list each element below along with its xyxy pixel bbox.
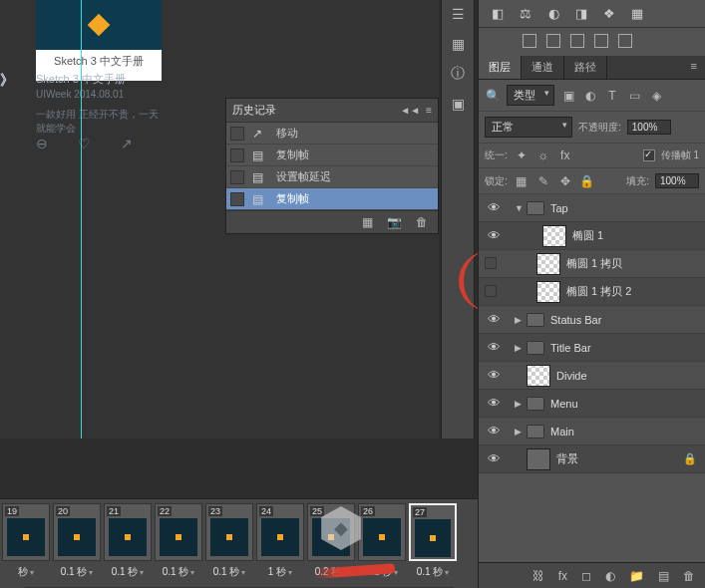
layer-row[interactable]: 👁▶Menu [479, 390, 705, 418]
filter-shape-icon[interactable]: ▭ [626, 89, 642, 103]
visibility-icon[interactable]: 👁 [479, 424, 509, 439]
timeline-frame[interactable]: 27 [409, 503, 457, 561]
vertical-guide[interactable] [81, 0, 82, 439]
adj-icon-2[interactable] [546, 34, 560, 48]
kind-select[interactable]: 类型 [507, 85, 554, 106]
visibility-icon[interactable]: 👁 [479, 340, 509, 355]
frame-duration[interactable]: 0.1 秒 [104, 565, 152, 579]
visibility-icon[interactable]: 👁 [479, 312, 509, 327]
visibility-icon[interactable]: 👁 [479, 200, 509, 215]
exposure-icon[interactable]: ◨ [572, 6, 590, 21]
fx-icon[interactable]: fx [558, 569, 567, 583]
expand-icon[interactable]: ▶ [515, 427, 527, 437]
contrast-icon[interactable]: ◐ [544, 6, 562, 21]
fill-adj-icon[interactable]: ◐ [605, 569, 615, 583]
link-icon[interactable]: ⛓ [532, 569, 544, 583]
mask-icon[interactable]: ◻ [581, 569, 591, 583]
expand-icon[interactable]: ▶ [515, 315, 527, 325]
filter-image-icon[interactable]: ▣ [560, 89, 576, 103]
trash-icon[interactable]: 🗑 [683, 569, 695, 583]
visibility-checkbox[interactable] [479, 285, 503, 299]
propagate-checkbox[interactable] [643, 149, 655, 161]
tab-layers[interactable]: 图层 [479, 56, 522, 79]
visibility-icon[interactable]: 👁 [479, 396, 509, 411]
adj-icon-4[interactable] [594, 34, 608, 48]
history-checkbox[interactable] [230, 170, 244, 184]
new-group-icon[interactable]: 📁 [629, 569, 644, 583]
visibility-icon[interactable]: 👁 [479, 228, 509, 243]
expand-icon[interactable]: ▼ [515, 203, 527, 213]
properties-icon[interactable]: ☰ [448, 4, 468, 24]
new-layer-icon[interactable]: ▤ [658, 569, 669, 583]
frame-duration[interactable]: 0.1 秒 [358, 565, 406, 579]
history-item[interactable]: ▤ 复制帧 [226, 145, 438, 166]
frame-duration[interactable]: 0.1 秒 [409, 565, 457, 579]
visibility-checkbox[interactable] [479, 257, 503, 271]
info-icon[interactable]: ⓘ [448, 64, 468, 84]
balance-icon[interactable]: ⚖ [517, 6, 534, 21]
layer-row[interactable]: 👁背景🔒 [479, 445, 705, 473]
share-icon[interactable]: ↗ [121, 136, 133, 151]
layer-row[interactable]: 👁▶Main [479, 418, 705, 445]
history-collapse-icon[interactable]: ◄◄ [400, 105, 420, 116]
delete-icon[interactable]: 🗑 [416, 215, 428, 229]
history-item[interactable]: ▤ 设置帧延迟 [226, 166, 438, 188]
like-icon[interactable]: ♡ [78, 136, 91, 151]
history-item[interactable]: ▤ 复制帧 [226, 188, 438, 210]
layer-row[interactable]: 👁Divide [479, 362, 705, 390]
layer-row[interactable]: 椭圆 1 拷贝 2 [479, 278, 705, 306]
timeline-frame[interactable]: 26 [358, 503, 406, 561]
adj-icon-1[interactable] [523, 34, 536, 48]
filter-text-icon[interactable]: T [604, 89, 620, 103]
layers-icon[interactable]: ▣ [448, 94, 468, 114]
visibility-icon[interactable]: 👁 [479, 451, 509, 466]
lock-image-icon[interactable]: ✎ [535, 174, 551, 188]
frame-duration[interactable]: 1 秒 [256, 565, 304, 579]
layer-row[interactable]: 👁▶Status Bar [479, 306, 705, 334]
frame-duration[interactable]: 0.1 秒 [205, 565, 253, 579]
layer-row[interactable]: 椭圆 1 拷贝 [479, 250, 705, 278]
lock-trans-icon[interactable]: ▦ [514, 174, 529, 188]
doc-thumbnail[interactable]: Sketch 3 中文手册 [36, 0, 162, 81]
timeline-frame[interactable]: 23 [205, 503, 253, 561]
brush-presets-icon[interactable]: ▦ [448, 34, 468, 54]
lock-all-icon[interactable]: 🔒 [579, 174, 595, 188]
timeline-frame[interactable]: 21 [104, 503, 152, 561]
expand-icon[interactable]: ▶ [515, 399, 527, 409]
history-checkbox[interactable] [230, 192, 244, 206]
tab-channels[interactable]: 通道 [522, 56, 564, 79]
create-document-icon[interactable]: 📷 [387, 215, 402, 229]
adj-icon-5[interactable] [618, 34, 632, 48]
tab-paths[interactable]: 路径 [564, 56, 607, 79]
panel-menu-icon[interactable]: ≡ [683, 56, 705, 79]
expand-icon[interactable]: ▶ [515, 343, 527, 353]
layer-row[interactable]: 👁▼Tap [479, 194, 705, 222]
frame-duration[interactable]: 0.1 秒 [155, 565, 202, 579]
unify-style-icon[interactable]: fx [557, 148, 573, 162]
visibility-icon[interactable]: 👁 [479, 368, 509, 383]
opacity-field[interactable]: 100% [627, 120, 671, 135]
frame-duration[interactable]: 秒 [2, 565, 50, 579]
layer-row[interactable]: 👁椭圆 1 [479, 222, 705, 250]
layer-row[interactable]: 👁▶Title Bar [479, 334, 705, 362]
history-menu-icon[interactable]: ≡ [426, 105, 432, 116]
new-snapshot-icon[interactable]: ▦ [362, 215, 373, 229]
history-checkbox[interactable] [230, 127, 244, 141]
timeline-frame[interactable]: 22 [155, 503, 202, 561]
timeline-frame[interactable]: 20 [53, 503, 101, 561]
search-icon[interactable]: 🔍 [485, 89, 501, 103]
vibrance-icon[interactable]: ❖ [600, 6, 618, 21]
lock-pos-icon[interactable]: ✥ [557, 174, 573, 188]
frame-duration[interactable]: 0.1 秒 [53, 565, 101, 579]
unify-vis-icon[interactable]: ☼ [535, 148, 551, 162]
filter-adjust-icon[interactable]: ◐ [582, 89, 598, 103]
frame-duration[interactable]: 0.2 秒 [307, 565, 355, 579]
timeline-frame[interactable]: 19 [2, 503, 50, 561]
more-icon[interactable]: ▦ [628, 6, 646, 21]
timeline-frame[interactable]: 24 [256, 503, 304, 561]
fill-field[interactable]: 100% [655, 173, 699, 188]
history-item[interactable]: ↗ 移动 [226, 123, 438, 145]
unify-pos-icon[interactable]: ✦ [514, 148, 529, 162]
history-header[interactable]: 历史记录 ◄◄ ≡ [226, 99, 438, 123]
adj-icon-3[interactable] [570, 34, 584, 48]
